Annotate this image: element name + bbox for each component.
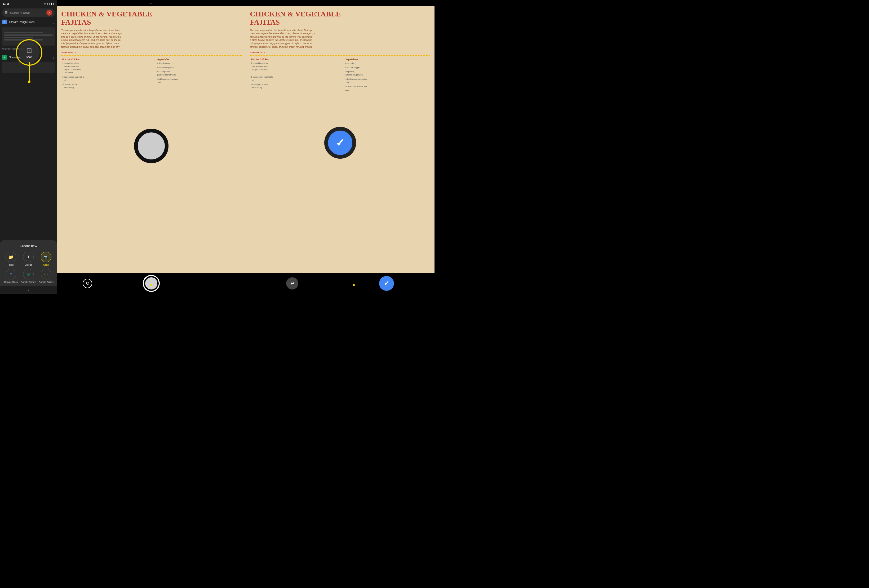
ingredient-veg-6-right: teas... — [341, 89, 433, 93]
camera-confirm-panel: CHICKEN & VEGETABLEFAJITAS This recipe a… — [246, 0, 435, 294]
ingredient-veg-2-right: iced bell pepper — [341, 65, 433, 70]
recipe-servings-middle: SERVINGS: 6 — [57, 50, 246, 54]
docs-label: Google Docs — [4, 281, 18, 283]
ingredient-veg-2-middle: p sliced bell peppe — [152, 65, 245, 70]
recipe-image-middle: CHICKEN & VEGETABLEFAJITAS This recipe a… — [57, 6, 246, 286]
search-placeholder: Search in Drive — [10, 11, 44, 14]
check-icon-overlay: ✓ — [336, 137, 345, 149]
scan-camera-overlay-btn: ⊡ Scan — [19, 42, 40, 63]
sheets-file-icon — [2, 55, 7, 59]
google-slides-icon: ▭ — [44, 272, 48, 276]
back-button-left[interactable]: ‹ — [28, 288, 29, 292]
sheets-icon-circle: ⊞ — [23, 269, 34, 280]
create-new-dialog: Create new 📁 Folder ⬆ Upload 📷 Scan — [0, 240, 57, 286]
upload-icon: ⬆ — [27, 255, 30, 259]
recipe-title-middle: CHICKEN & VEGETABLEFAJITAS — [57, 6, 246, 27]
hamburger-icon: ☰ — [5, 11, 8, 15]
create-new-title: Create new — [3, 244, 54, 248]
ingredient-chicken-1-middle: 1 pound boneless skinless chicken thighs… — [58, 61, 150, 75]
bluetooth-icon: ⊕ — [44, 3, 46, 5]
top-chevron[interactable]: ⌄ — [57, 0, 246, 6]
google-docs-icon: ≡ — [10, 272, 12, 276]
folder-icon: 📁 — [8, 255, 13, 259]
ingredient-veg-1-right: iced onion — [341, 61, 433, 65]
create-item-scan[interactable]: 📷 Scan — [38, 252, 54, 266]
ingredient-chicken-3-middle: ½ teaspoons taco seasoning — [58, 82, 150, 90]
ingredient-veg-3-right: alapeños,artered lengthwise — [341, 70, 433, 77]
docs-file-icon — [2, 19, 7, 24]
wifi-icon: ▲ — [47, 3, 49, 5]
chevron-down-icon: ⌄ — [150, 1, 153, 5]
dotted-divider-middle — [61, 55, 242, 56]
preview-line-3 — [4, 37, 33, 38]
file-item-lifewire[interactable]: Lifewire Rough Drafts ⋮ — [0, 18, 57, 26]
ingredient-veg-1-middle: p sliced onion — [152, 61, 245, 65]
status-bar: 11:18 ⊕ ▲ ▌▌ ▮ — [0, 0, 57, 7]
section-vegetables-middle: Vegetables — [152, 57, 245, 61]
docs-icon-circle: ≡ — [6, 269, 16, 280]
status-time: 11:18 — [3, 2, 10, 5]
file-name-lifewire: Lifewire Rough Drafts — [9, 21, 49, 24]
more-icon-lifewire[interactable]: ⋮ — [52, 20, 55, 24]
camera-capture-panel: ⌄ CHICKEN & VEGETABLEFAJITAS This recipe… — [57, 0, 246, 294]
ingredient-chicken-3-right: ½ teaspoons taco seasoning — [247, 82, 339, 90]
scan-label-overlay: Scan — [26, 55, 32, 59]
section-vegetables-right: Vegetables — [341, 57, 433, 61]
camera-icon-large: ⊡ — [26, 47, 32, 55]
recipe-servings-right: SERVINGS: 6 — [246, 50, 435, 54]
create-items-grid: 📁 Folder ⬆ Upload 📷 Scan ≡ G — [3, 252, 54, 283]
create-item-sheets[interactable]: ⊞ Google Sheets — [20, 269, 37, 283]
upload-label: Upload — [25, 264, 32, 266]
upload-icon-circle: ⬆ — [23, 252, 34, 262]
ingredient-chicken-2-right: 1 tablespoon vegetable oil — [247, 75, 339, 82]
create-item-upload[interactable]: ⬆ Upload — [20, 252, 37, 266]
ingredient-veg-5-right: ½ teaspoon kosher salt — [341, 84, 433, 89]
confirm-button-right[interactable]: ✓ — [379, 276, 394, 291]
recipe-title-right: CHICKEN & VEGETABLEFAJITAS — [246, 6, 435, 27]
shutter-button-middle[interactable] — [144, 276, 159, 291]
folder-icon-circle: 📁 — [6, 252, 16, 262]
scan-icon-circle: 📷 — [41, 252, 51, 262]
shutter-ring-overlay — [134, 129, 169, 163]
rotate-button-middle[interactable]: ↻ — [83, 278, 92, 288]
folder-label: Folder — [7, 264, 14, 266]
annotation-arrow-dot — [28, 80, 30, 83]
preview-line-2 — [4, 34, 53, 36]
more-icon-streaming[interactable]: ⋮ — [52, 55, 55, 59]
recipe-image-right: CHICKEN & VEGETABLEFAJITAS This recipe a… — [246, 6, 435, 286]
camera-controls-middle: ↻ — [57, 273, 246, 294]
slides-label: Google Slides — [39, 281, 53, 283]
ingredient-chicken-2-middle: 1 tablespoon vegetable oil — [58, 75, 150, 82]
slides-icon-circle: ▭ — [41, 269, 51, 280]
scan-camera-icon: 📷 — [44, 255, 48, 259]
sheets-label: Google Sheets — [21, 281, 37, 283]
annotation-arrow-line — [29, 62, 30, 81]
undo-button-right[interactable]: ↩ — [286, 277, 298, 289]
ingredient-veg-4-right: 1 tablespoon vegetable oil — [341, 77, 433, 84]
avatar: A — [46, 10, 52, 16]
google-sheets-icon: ⊞ — [27, 272, 30, 276]
signal-icon: ▌▌ — [49, 3, 52, 5]
status-icons: ⊕ ▲ ▌▌ ▮ — [44, 3, 54, 5]
recipe-body-middle: This recipe appeals to the lazy/efficien… — [57, 27, 246, 51]
ingredient-veg-3-middle: or 2 jalapeños,quartered lengthwise — [152, 70, 245, 77]
search-bar[interactable]: ☰ Search in Drive A — [2, 9, 55, 17]
battery-icon: ▮ — [53, 3, 54, 5]
top-chevron-right — [246, 0, 435, 6]
create-item-folder[interactable]: 📁 Folder — [3, 252, 19, 266]
camera-controls-right: ↩ ✓ — [246, 273, 435, 294]
create-item-slides[interactable]: ▭ Google Slides — [38, 269, 54, 283]
ingredient-chicken-1-right: 1 pound boneless, skinless chicken thigh… — [247, 61, 339, 75]
create-item-docs[interactable]: ≡ Google Docs — [3, 269, 19, 283]
confirm-ring-overlay: ✓ — [324, 127, 356, 158]
scan-label: Scan — [43, 264, 49, 266]
nav-bar-left: ‹ — [0, 286, 57, 294]
dotted-divider-right — [250, 55, 430, 56]
file-preview-streaming — [2, 62, 55, 73]
google-drive-panel: 11:18 ⊕ ▲ ▌▌ ▮ ☰ Search in Drive A Lifew… — [0, 0, 57, 294]
recipe-body-right: This recipe appeals to the lazy/efficien… — [246, 27, 435, 51]
preview-line-1 — [4, 32, 43, 33]
section-chicken-right: For the Chicken — [247, 57, 339, 61]
yellow-dot-recipe-mid — [150, 284, 152, 286]
ingredient-veg-4-middle: 1 tablespoon vegetable oil — [152, 77, 245, 84]
